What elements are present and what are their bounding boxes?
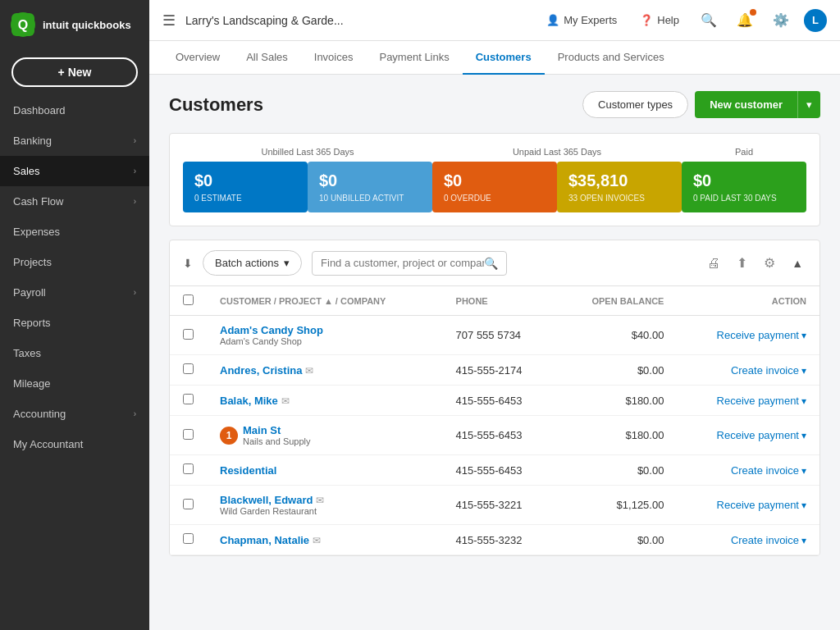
sidebar-item-payroll[interactable]: Payroll› — [0, 277, 149, 308]
tab-payment-links[interactable]: Payment Links — [366, 41, 462, 75]
search-icon[interactable]: 🔍 — [696, 7, 722, 33]
unbilled-label: Unbilled Last 365 Days — [261, 147, 354, 157]
sidebar-item-reports[interactable]: Reports — [0, 308, 149, 338]
sidebar-item-label: Banking — [13, 135, 134, 147]
sidebar-item-sales[interactable]: Sales› — [0, 156, 149, 186]
sidebar-item-label: Mileage — [13, 377, 136, 390]
customer-types-button[interactable]: Customer types — [582, 91, 688, 118]
sidebar-item-mileage[interactable]: Mileage — [0, 368, 149, 399]
action-dropdown-button[interactable]: ▾ — [801, 500, 806, 511]
export-icon[interactable]: ⬆ — [733, 252, 751, 274]
customer-name-link[interactable]: Blackwell, Edward — [220, 494, 313, 506]
phone-cell: 415-555-3221 — [443, 486, 557, 525]
action-link[interactable]: Create invoice — [731, 464, 799, 477]
action-link[interactable]: Receive payment — [717, 499, 799, 511]
customer-name-link[interactable]: Residential — [220, 464, 276, 477]
row-checkbox-3[interactable] — [183, 429, 194, 440]
user-avatar[interactable]: L — [804, 9, 827, 32]
stat-amount: $0 — [444, 171, 546, 190]
tab-all-sales[interactable]: All Sales — [233, 41, 301, 75]
stat-desc: 33 OPEN INVOICES — [568, 194, 670, 203]
sidebar-item-taxes[interactable]: Taxes — [0, 338, 149, 368]
sidebar-item-accounting[interactable]: Accounting› — [0, 399, 149, 429]
sidebar-item-label: Reports — [13, 317, 136, 329]
stat-card-1[interactable]: $010 UNBILLED ACTIVIT — [308, 162, 432, 212]
balance-cell: $180.00 — [556, 416, 677, 455]
stat-card-4[interactable]: $00 PAID LAST 30 DAYS — [682, 162, 806, 212]
tab-invoices[interactable]: Invoices — [301, 41, 367, 75]
stat-amount: $35,810 — [568, 171, 670, 190]
collapse-table-button[interactable]: ▲ — [788, 253, 806, 273]
stat-card-0[interactable]: $00 ESTIMATE — [183, 162, 308, 212]
sidebar-item-expenses[interactable]: Expenses — [0, 217, 149, 247]
sidebar-item-banking[interactable]: Banking› — [0, 126, 149, 156]
row-checkbox-0[interactable] — [183, 329, 194, 340]
action-dropdown-button[interactable]: ▾ — [801, 535, 806, 546]
customer-name-link[interactable]: Chapman, Natalie — [220, 534, 309, 546]
table-settings-icon[interactable]: ⚙ — [760, 252, 778, 274]
action-link[interactable]: Receive payment — [717, 429, 799, 441]
action-dropdown-button[interactable]: ▾ — [801, 430, 806, 441]
action-link[interactable]: Receive payment — [717, 395, 799, 407]
action-link[interactable]: Create invoice — [731, 534, 799, 546]
row-checkbox-2[interactable] — [183, 394, 194, 404]
sidebar-item-projects[interactable]: Projects — [0, 247, 149, 277]
my-experts-icon: 👤 — [546, 14, 559, 26]
new-button[interactable]: + New — [11, 57, 138, 87]
sidebar-chevron-icon: › — [134, 197, 136, 206]
select-all-checkbox[interactable] — [183, 294, 194, 305]
sidebar-item-dashboard[interactable]: Dashboard — [0, 95, 149, 126]
new-customer-button[interactable]: New customer — [695, 91, 797, 118]
print-icon[interactable]: 🖨 — [704, 253, 724, 274]
stat-card-2[interactable]: $00 OVERDUE — [432, 162, 557, 212]
column-header-2: OPEN BALANCE — [556, 286, 677, 316]
search-input[interactable] — [321, 257, 484, 269]
content-area: Customers Customer types New customer ▾ … — [149, 75, 840, 630]
tab-overview[interactable]: Overview — [162, 41, 233, 75]
stat-card-3[interactable]: $35,81033 OPEN INVOICES — [557, 162, 682, 212]
sidebar-item-my-accountant[interactable]: My Accountant — [0, 429, 149, 459]
action-dropdown-button[interactable]: ▾ — [801, 330, 806, 341]
row-checkbox-1[interactable] — [183, 363, 194, 374]
action-dropdown-button[interactable]: ▾ — [801, 365, 806, 377]
tab-products-and-services[interactable]: Products and Services — [545, 41, 678, 75]
column-header-3: ACTION — [677, 286, 819, 316]
new-customer-dropdown-button[interactable]: ▾ — [797, 91, 820, 118]
customer-company: Nails and Supply — [243, 436, 311, 446]
tab-customers[interactable]: Customers — [463, 41, 545, 75]
action-link[interactable]: Create invoice — [731, 364, 799, 377]
customer-name-link[interactable]: Balak, Mike — [220, 395, 278, 407]
notifications-icon[interactable]: 🔔 — [732, 7, 758, 33]
batch-actions-chevron-icon: ▾ — [284, 257, 290, 269]
search-icon: 🔍 — [484, 257, 498, 270]
sidebar-nav: DashboardBanking›Sales›Cash Flow›Expense… — [0, 95, 149, 459]
sidebar-item-cash-flow[interactable]: Cash Flow› — [0, 186, 149, 217]
action-dropdown-button[interactable]: ▾ — [801, 465, 806, 477]
sort-icon[interactable]: ⬇ — [183, 257, 193, 270]
row-checkbox-5[interactable] — [183, 499, 194, 509]
sidebar-chevron-icon: › — [134, 136, 136, 145]
batch-actions-button[interactable]: Batch actions ▾ — [203, 250, 302, 276]
action-link[interactable]: Receive payment — [717, 329, 799, 341]
topbar: ☰ Larry's Landscaping & Garde... 👤 My Ex… — [149, 0, 840, 41]
new-customer-group: New customer ▾ — [695, 91, 820, 118]
balance-cell: $0.00 — [556, 455, 677, 486]
column-header-0[interactable]: CUSTOMER / PROJECT ▲ / COMPANY — [207, 286, 443, 316]
svg-text:Q: Q — [18, 18, 28, 32]
sidebar-chevron-icon: › — [134, 288, 136, 297]
hamburger-menu-icon[interactable]: ☰ — [162, 11, 176, 30]
customer-name-link[interactable]: Andres, Cristina — [220, 364, 302, 377]
customer-name-link[interactable]: Main St — [243, 424, 281, 436]
customer-name-link[interactable]: Adam's Candy Shop — [220, 324, 323, 336]
annotation-badge: 1 — [220, 427, 238, 445]
help-button[interactable]: ❓ Help — [633, 11, 686, 30]
row-checkbox-6[interactable] — [183, 533, 194, 544]
stat-amount: $0 — [194, 171, 296, 190]
settings-icon[interactable]: ⚙️ — [768, 7, 794, 33]
my-experts-button[interactable]: 👤 My Experts — [540, 11, 623, 30]
action-dropdown-button[interactable]: ▾ — [801, 395, 806, 407]
table-row: Balak, Mike✉415-555-6453$180.00Receive p… — [170, 386, 819, 416]
row-checkbox-4[interactable] — [183, 463, 194, 474]
company-name[interactable]: Larry's Landscaping & Garde... — [185, 14, 344, 27]
action-cell: Receive payment▾ — [677, 386, 819, 416]
